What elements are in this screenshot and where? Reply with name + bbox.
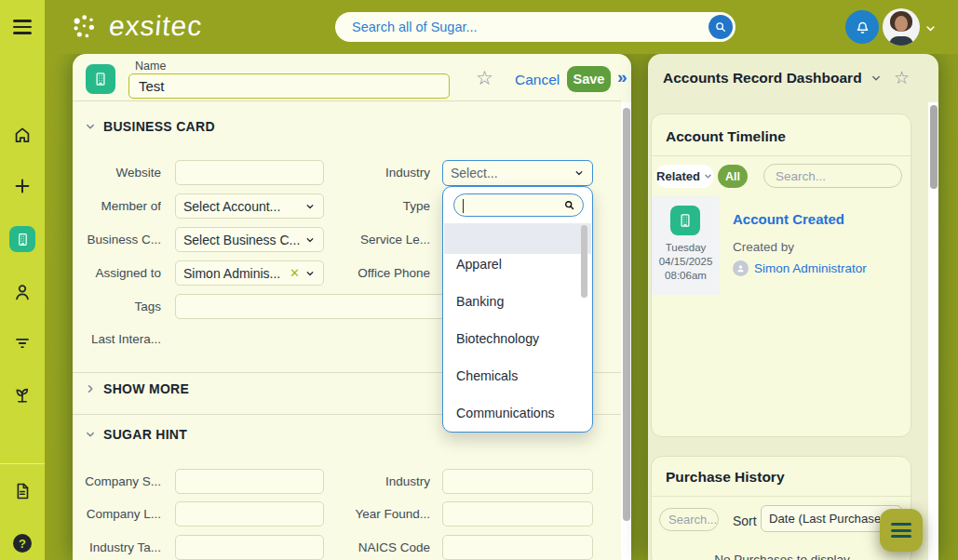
dropdown-search-input[interactable] <box>454 194 557 216</box>
timeline-entry-title-link[interactable]: Account Created <box>733 211 844 227</box>
sidebar-item-accounts-active[interactable] <box>9 226 35 252</box>
year-founded-label: Year Found... <box>337 501 430 527</box>
hamburger-icon <box>891 523 911 526</box>
office-phone-label: Office Phone <box>337 260 430 286</box>
timeline-title: Account Timeline <box>666 128 786 145</box>
search-icon <box>563 199 575 211</box>
sidebar-item-create[interactable] <box>12 176 33 196</box>
website-label: Website <box>73 160 161 185</box>
save-button[interactable]: Save <box>567 66 611 92</box>
type-label: Type <box>337 193 430 219</box>
main-menu-button[interactable] <box>0 0 45 54</box>
profile-menu-button[interactable] <box>924 21 938 35</box>
company-location-input[interactable] <box>176 502 323 526</box>
global-search-input[interactable] <box>352 12 687 42</box>
hint-industry-input[interactable] <box>443 470 592 493</box>
purchase-search-field <box>659 508 719 531</box>
account-entry-icon <box>670 206 700 235</box>
timeline-entry-timestamp: Tuesday 04/15/2025 08:06am <box>652 241 720 283</box>
assigned-to-select[interactable]: Simon Adminis... ✕ <box>175 260 324 286</box>
section-sugar-hint[interactable]: SUGAR HINT <box>84 427 187 442</box>
dashboard-title-row[interactable]: Accounts Record Dashboard <box>663 70 883 87</box>
hint-industry-field <box>442 469 593 494</box>
name-field-label: Name <box>135 60 166 73</box>
account-timeline-card: Account Timeline Related All <box>651 113 911 437</box>
question-mark-icon: ? <box>19 537 26 551</box>
more-actions-chevron[interactable]: » <box>617 67 627 87</box>
dropdown-option[interactable]: Biotechnology <box>456 331 539 346</box>
chevron-down-icon <box>304 268 316 279</box>
member-of-label: Member of <box>73 193 161 219</box>
building-icon <box>677 212 694 229</box>
chevron-down-icon <box>924 21 938 35</box>
company-size-input[interactable] <box>176 470 323 493</box>
member-of-select[interactable]: Select Account... <box>175 193 324 219</box>
industry-tags-input[interactable] <box>176 536 323 559</box>
tags-label: Tags <box>73 294 161 319</box>
dashboard-scrollbar-thumb[interactable] <box>930 105 938 189</box>
related-filter-button[interactable]: Related <box>655 165 714 188</box>
all-filter-button[interactable]: All <box>718 165 748 188</box>
record-dashboard-panel: Accounts Record Dashboard ☆ Account Time… <box>648 54 938 560</box>
industry-dropdown-panel: Apparel Banking Biotechnology Chemicals … <box>442 186 593 433</box>
business-center-label: Business C... <box>73 227 161 252</box>
sprout-icon <box>12 384 33 405</box>
industry-tags-label: Industry Ta... <box>73 535 161 560</box>
sidebar-item-help[interactable]: ? <box>13 534 32 553</box>
sidebar-item-home[interactable] <box>12 125 33 145</box>
name-input[interactable] <box>129 74 449 98</box>
industry-select[interactable]: Select... <box>442 160 593 186</box>
purchase-search-input[interactable] <box>660 509 719 530</box>
sidebar-item-contacts[interactable] <box>12 282 33 302</box>
search-submit-button[interactable] <box>708 15 733 39</box>
assigned-to-label: Assigned to <box>73 260 161 286</box>
floating-menu-button[interactable] <box>880 509 923 552</box>
website-input[interactable] <box>176 161 323 184</box>
dropdown-option[interactable]: Communications <box>456 406 555 420</box>
user-avatar[interactable] <box>883 8 920 46</box>
person-icon <box>735 263 746 273</box>
building-icon <box>15 232 31 247</box>
naics-code-field <box>442 535 593 560</box>
section-title: SUGAR HINT <box>103 427 187 442</box>
brand-logo[interactable]: exsitec <box>71 10 202 42</box>
section-show-more[interactable]: SHOW MORE <box>84 381 189 396</box>
year-founded-field <box>442 501 593 527</box>
favorite-record-button[interactable]: ☆ <box>476 68 493 87</box>
search-icon <box>714 20 727 33</box>
home-icon <box>12 125 33 145</box>
dropdown-option-empty-highlighted[interactable] <box>444 223 591 254</box>
dropdown-option[interactable]: Apparel <box>456 257 502 272</box>
left-nav-sidebar: ? <box>0 54 45 560</box>
user-mini-avatar-icon <box>733 260 749 276</box>
top-bar: exsitec <box>0 0 958 54</box>
hamburger-icon <box>13 20 32 22</box>
timeline-entry-user-link[interactable]: Simon Administrator <box>733 260 867 276</box>
year-founded-input[interactable] <box>443 502 592 526</box>
company-size-label: Company S... <box>73 469 161 494</box>
app-window: exsitec <box>0 0 958 560</box>
cancel-button[interactable]: Cancel <box>515 72 560 88</box>
section-business-card[interactable]: BUSINESS CARD <box>84 119 215 134</box>
record-scrollbar-thumb[interactable] <box>623 108 630 521</box>
card-divider <box>652 496 911 497</box>
clear-assignee-icon[interactable]: ✕ <box>290 266 300 280</box>
global-search <box>335 12 735 42</box>
sidebar-item-reports[interactable] <box>12 481 33 501</box>
notifications-button[interactable] <box>845 10 879 44</box>
timeline-search-input[interactable] <box>764 165 901 187</box>
logo-dots-icon <box>71 11 101 41</box>
sidebar-divider <box>0 463 45 464</box>
sidebar-item-growth[interactable] <box>12 384 33 405</box>
dropdown-option[interactable]: Banking <box>456 294 504 309</box>
business-center-select[interactable]: Select Business C... <box>175 227 324 252</box>
favorite-dashboard-button[interactable]: ☆ <box>894 69 910 87</box>
dropdown-scrollbar-thumb[interactable] <box>581 225 587 298</box>
naics-code-input[interactable] <box>443 536 592 559</box>
bell-icon <box>854 19 871 36</box>
chevron-down-icon <box>304 201 316 212</box>
industry-label: Industry <box>337 160 430 185</box>
section-title: SHOW MORE <box>103 381 189 396</box>
dropdown-option[interactable]: Chemicals <box>456 368 518 383</box>
sidebar-item-filter[interactable] <box>12 333 33 353</box>
